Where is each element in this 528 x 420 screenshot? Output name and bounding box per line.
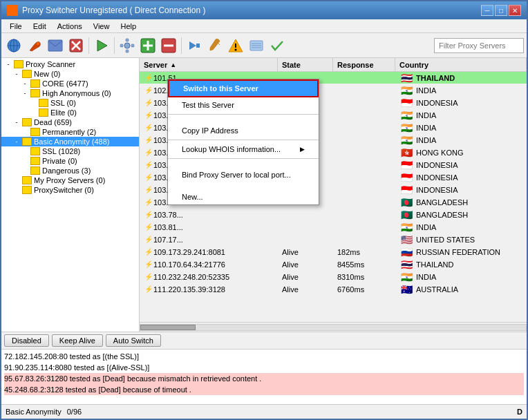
warning-button[interactable] xyxy=(226,36,245,55)
arrow-button[interactable] xyxy=(185,36,204,55)
settings-button[interactable] xyxy=(117,36,137,55)
svg-marker-13 xyxy=(97,40,107,51)
flag-icon: 🇭🇰 xyxy=(399,148,413,157)
table-row[interactable]: ⚡ 111.220.135.39:3128 Alive 6760ms 🇦🇺 AU… xyxy=(140,283,527,296)
sidebar-item-high-anon[interactable]: - High Anonymous (0) xyxy=(1,88,139,98)
ctx-test-server[interactable]: Test this Server xyxy=(168,97,319,113)
sidebar-item-my-proxy[interactable]: My Proxy Servers (0) xyxy=(1,175,139,185)
sidebar-item-elite[interactable]: Elite (0) xyxy=(1,108,139,117)
sidebar-item-permanently[interactable]: Permanently (2) xyxy=(1,127,139,137)
ctx-bind-proxy[interactable]: Lookup WHOIS information... ▶ xyxy=(168,142,319,157)
ctx-remove[interactable] xyxy=(168,182,319,189)
menu-actions[interactable]: Actions xyxy=(52,21,88,31)
proxy-icon: ⚡ xyxy=(144,222,153,232)
title-bar: Proxy Switcher Unregistered ( Direct Con… xyxy=(1,1,527,19)
log-line: 72.182.145.208:80 tested as [(the SSL)] xyxy=(4,351,524,362)
sidebar-label: Elite (0) xyxy=(50,108,77,117)
svg-rect-3 xyxy=(13,11,18,16)
table-row[interactable]: ⚡ 109.173.29.241:8081 Alive 182ms 🇷🇺 RUS… xyxy=(140,246,527,258)
folder-icon xyxy=(30,128,40,136)
close-button[interactable]: ✕ xyxy=(509,5,521,16)
flag-icon: 🇧🇩 xyxy=(399,210,413,219)
flag-icon: 🇧🇩 xyxy=(399,198,413,207)
sidebar-item-ssl2[interactable]: SSL (1028) xyxy=(1,146,139,156)
svg-rect-2 xyxy=(7,11,12,16)
delete-button[interactable] xyxy=(66,36,86,55)
wrench-button[interactable] xyxy=(25,36,44,55)
ctx-edit[interactable]: Bind Proxy Server to local port... xyxy=(168,167,319,182)
globe-button[interactable] xyxy=(4,36,23,55)
menu-help[interactable]: Help xyxy=(115,21,142,31)
table-row[interactable]: ⚡ 107.17... 🇺🇸 UNITED STATES xyxy=(140,233,527,246)
proxy-icon: ⚡ xyxy=(144,148,153,158)
list-button[interactable] xyxy=(247,36,266,55)
flag-icon: 🇮🇩 xyxy=(399,185,413,194)
table-row[interactable]: ⚡ 103.78... 🇧🇩 BANGLADESH xyxy=(140,209,527,221)
cell-country: 🇮🇳 INDIA xyxy=(395,84,527,96)
sidebar-label: Dangerous (3) xyxy=(42,166,91,175)
ctx-clone[interactable]: New... xyxy=(168,189,319,204)
folder-icon xyxy=(22,70,32,78)
sidebar-item-proxy-scanner[interactable]: - Proxy Scanner xyxy=(1,59,139,69)
cell-response xyxy=(333,171,395,183)
sidebar-item-new[interactable]: - New (0) xyxy=(1,69,139,79)
ctx-switch-to-server[interactable]: Switch to this Server xyxy=(168,79,319,97)
sidebar-label: CORE (6477) xyxy=(42,79,88,88)
edit-icon xyxy=(207,38,223,53)
flag-icon: 🇦🇺 xyxy=(399,285,413,294)
ctx-lookup-whois[interactable]: Copy IP Address xyxy=(168,123,319,138)
ctx-new[interactable] xyxy=(168,160,319,167)
disabled-button[interactable]: Disabled xyxy=(4,334,49,347)
menu-view[interactable]: View xyxy=(88,21,115,31)
proxy-icon: ⚡ xyxy=(144,210,153,220)
sidebar-item-proxyswitcher[interactable]: ProxySwitcher (0) xyxy=(1,185,139,195)
folder-icon xyxy=(39,99,48,107)
auto-switch-button[interactable]: Auto Switch xyxy=(106,334,161,347)
ctx-label: Test this Server xyxy=(182,101,234,109)
table-row[interactable]: ⚡ 110.170.64.34:21776 Alive 8455ms 🇹🇭 TH… xyxy=(140,258,527,271)
sidebar-item-dead[interactable]: - Dead (659) xyxy=(1,117,139,127)
cell-country: 🇮🇩 INDONESIA xyxy=(395,159,527,171)
sidebar-item-core[interactable]: - CORE (6477) xyxy=(1,79,139,88)
remove-icon xyxy=(161,38,176,53)
filter-input[interactable] xyxy=(434,38,524,53)
svg-rect-0 xyxy=(7,5,12,10)
ctx-copy-ip[interactable] xyxy=(168,116,319,123)
ctx-label: Lookup WHOIS information... xyxy=(182,145,281,153)
remove-button[interactable] xyxy=(159,36,178,55)
cell-country: 🇺🇸 UNITED STATES xyxy=(395,233,527,245)
cell-country: 🇮🇳 INDIA xyxy=(395,221,527,233)
minimize-button[interactable]: ─ xyxy=(481,5,493,16)
table-row[interactable]: ⚡ 110.232.248.20:52335 Alive 8310ms 🇮🇳 I… xyxy=(140,271,527,283)
maximize-button[interactable]: □ xyxy=(495,5,507,16)
horizontal-scrollbar[interactable] xyxy=(140,322,527,332)
play-button[interactable] xyxy=(92,36,111,55)
folder-icon xyxy=(39,108,48,117)
sidebar-item-basic-anon[interactable]: - Basic Anonymity (488) xyxy=(1,137,139,146)
flag-icon: 🇮🇳 xyxy=(399,135,413,144)
cell-response xyxy=(333,109,395,121)
menu-edit[interactable]: Edit xyxy=(28,21,52,31)
cell-state: Alive xyxy=(278,258,333,270)
envelope-button[interactable] xyxy=(46,36,65,55)
sidebar-item-private[interactable]: Private (0) xyxy=(1,156,139,166)
proxy-icon: ⚡ xyxy=(144,185,153,195)
cell-response: 6760ms xyxy=(333,283,395,295)
check-button[interactable] xyxy=(267,36,287,55)
folder-icon xyxy=(30,166,40,175)
edit-button[interactable] xyxy=(205,36,225,55)
keep-alive-button[interactable]: Keep Alive xyxy=(52,334,103,347)
scrollbar-thumb[interactable] xyxy=(140,325,196,330)
sidebar-item-ssl1[interactable]: SSL (0) xyxy=(1,98,139,108)
folder-icon xyxy=(30,157,40,165)
cell-country: 🇹🇭 THAILAND xyxy=(395,72,527,84)
menu-file[interactable]: File xyxy=(4,21,28,31)
status-bar: Basic Anonymity 0/96 D xyxy=(1,405,527,419)
cell-server: ⚡ 103.81... xyxy=(140,221,278,233)
status-count: 0/96 xyxy=(67,408,82,416)
table-row[interactable]: ⚡ 103.81... 🇮🇳 INDIA xyxy=(140,221,527,233)
toolbar-separator-3 xyxy=(181,37,182,54)
add-button[interactable] xyxy=(138,36,158,55)
sidebar-item-dangerous[interactable]: Dangerous (3) xyxy=(1,166,139,175)
proxy-icon: ⚡ xyxy=(144,272,153,282)
